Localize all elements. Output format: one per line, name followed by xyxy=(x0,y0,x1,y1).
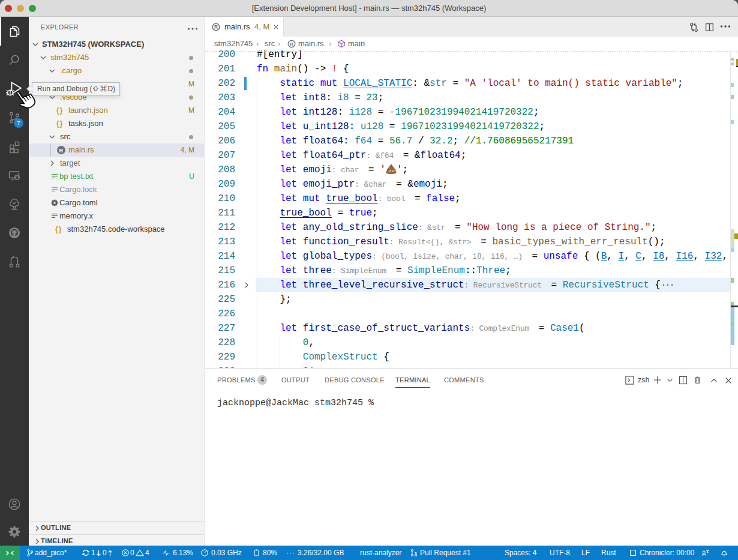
svg-text:R: R xyxy=(59,147,64,154)
svg-text:R: R xyxy=(290,41,293,47)
svg-text:R: R xyxy=(214,24,218,30)
